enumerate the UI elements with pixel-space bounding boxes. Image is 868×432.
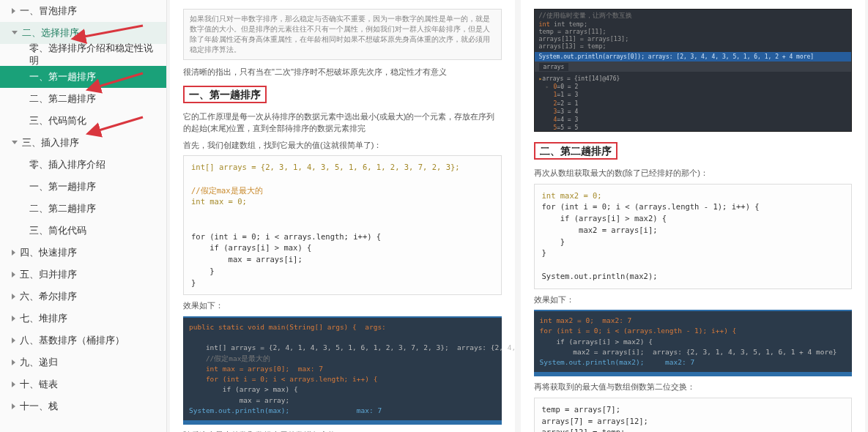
nav-bubble-sort[interactable]: 一、冒泡排序 (0, 0, 166, 22)
nav-insertion-1[interactable]: 一、第一趟排序 (0, 176, 166, 198)
sidebar: 一、冒泡排序 二、选择排序 零、选择排序介绍和稳定性说明 一、第一趟排序 二、第… (0, 0, 167, 432)
code-block-4: temp = arrays[7]; arrays[7] = arrays[12]… (534, 398, 853, 432)
caret-right-icon (12, 403, 15, 409)
caret-right-icon (12, 294, 15, 299)
caret-right-icon (12, 381, 15, 387)
section-title-1: 一、第一趟排序 (183, 86, 267, 103)
nav-insertion-sort[interactable]: 三、插入排序 (0, 132, 166, 154)
nav-shell-sort[interactable]: 六、希尔排序 (0, 286, 166, 308)
nav-label: 八、基数排序（桶排序） (20, 334, 125, 347)
nav-label: 一、第一趟排序 (29, 71, 96, 83)
result-label: 效果如下： (534, 294, 853, 306)
nav-label: 三、简化代码 (29, 225, 86, 237)
nav-linked-list[interactable]: 十、链表 (0, 373, 166, 395)
nav-selection-1[interactable]: 一、第一趟排序 (0, 66, 166, 88)
nav-label: 二、第二趟排序 (29, 93, 96, 105)
nav-quick-sort[interactable]: 四、快速排序 (0, 242, 166, 264)
code-dark-1: public static void main(String[] args) {… (183, 316, 502, 425)
nav-label: 九、递归 (20, 356, 58, 369)
caret-right-icon (12, 316, 15, 321)
para: 再次从数组获取最大的数(除了已经排好的那个)： (534, 167, 853, 179)
code-block-3: int max2 = 0; for (int i = 0; i < (array… (534, 184, 853, 289)
caret-right-icon (12, 360, 15, 365)
nav-label: 十、链表 (20, 378, 58, 391)
nav-label: 一、第一趟排序 (29, 181, 96, 193)
caret-right-icon (12, 272, 15, 278)
nav-label: 二、第二趟排序 (29, 203, 96, 215)
column-left: 如果我们只对一串数字排序，那么稳定与否确实不重要，因为一串数字的属性是单一的，就… (170, 0, 515, 432)
caret-right-icon (12, 250, 15, 256)
content: 如果我们只对一串数字排序，那么稳定与否确实不重要，因为一串数字的属性是单一的，就… (167, 0, 868, 432)
section-title-2: 二、第二趟排序 (534, 142, 617, 160)
nav-stack[interactable]: 十一、栈 (0, 395, 166, 417)
nav-label: 二、选择排序 (22, 26, 79, 40)
column-right: //使用临时变量，让两个数互换 int int temp; temp = arr… (521, 0, 866, 432)
para: 随后这个最大的数和数组末尾的数进行交换： (183, 429, 502, 432)
nav-insertion-simplify[interactable]: 三、简化代码 (0, 220, 166, 242)
nav-label: 一、冒泡排序 (20, 4, 77, 18)
caret-right-icon (12, 8, 15, 14)
nav-label: 十一、栈 (20, 400, 58, 413)
para: 首先，我们创建数组，找到它最大的值(这就很简单了)： (183, 139, 502, 152)
nav-selection-sort[interactable]: 二、选择排序 (0, 22, 166, 44)
nav-label: 零、插入排序介绍 (29, 159, 105, 171)
nav-label: 六、希尔排序 (20, 290, 77, 303)
nav-label: 七、堆排序 (20, 312, 67, 325)
nav-selection-2[interactable]: 二、第二趟排序 (0, 88, 166, 110)
nav-merge-sort[interactable]: 五、归并排序 (0, 264, 166, 286)
nav-recursion[interactable]: 九、递归 (0, 351, 166, 373)
para: 它的工作原理是每一次从待排序的数据元素中选出最小(或最大)的一个元素，存放在序列… (183, 111, 502, 135)
nav-heap-sort[interactable]: 七、堆排序 (0, 308, 166, 329)
nav-insertion-2[interactable]: 二、第二趟排序 (0, 198, 166, 220)
nav-label: 三、代码简化 (29, 115, 86, 127)
lead-text: 很清晰的指出，只有当在"二次"排序时不想破坏原先次序，稳定性才有意义 (183, 66, 502, 78)
nav-insertion-intro[interactable]: 零、插入排序介绍 (0, 154, 166, 176)
nav-radix-sort[interactable]: 八、基数排序（桶排序） (0, 329, 166, 351)
result-label: 效果如下： (183, 299, 502, 312)
nav-label: 零、选择排序介绍和稳定性说明 (29, 42, 157, 67)
quote-block: 如果我们只对一串数字排序，那么稳定与否确实不重要，因为一串数字的属性是单一的，就… (183, 9, 502, 60)
code-block-1: int[] arrays = {2, 3, 1, 4, 3, 5, 1, 6, … (183, 155, 502, 295)
caret-down-icon (12, 31, 18, 34)
ide-screenshot: //使用临时变量，让两个数互换 int int temp; temp = arr… (534, 9, 853, 132)
nav-selection-intro[interactable]: 零、选择排序介绍和稳定性说明 (0, 44, 166, 66)
nav-selection-simplify[interactable]: 三、代码简化 (0, 110, 166, 132)
ide-tab[interactable]: arrays (539, 63, 569, 71)
nav-label: 五、归并排序 (20, 268, 77, 281)
caret-down-icon (12, 141, 18, 144)
caret-right-icon (12, 338, 15, 343)
para: 再将获取到的最大值与数组倒数第二位交换： (534, 381, 853, 393)
code-dark-2: int max2 = 0; max2: 7 for (int i = 0; i … (534, 310, 853, 376)
nav-label: 三、插入排序 (22, 136, 79, 149)
nav-label: 四、快速排序 (20, 246, 77, 259)
ide-output-bar: System.out.println(arrays[0]); arrays: [… (535, 52, 852, 62)
